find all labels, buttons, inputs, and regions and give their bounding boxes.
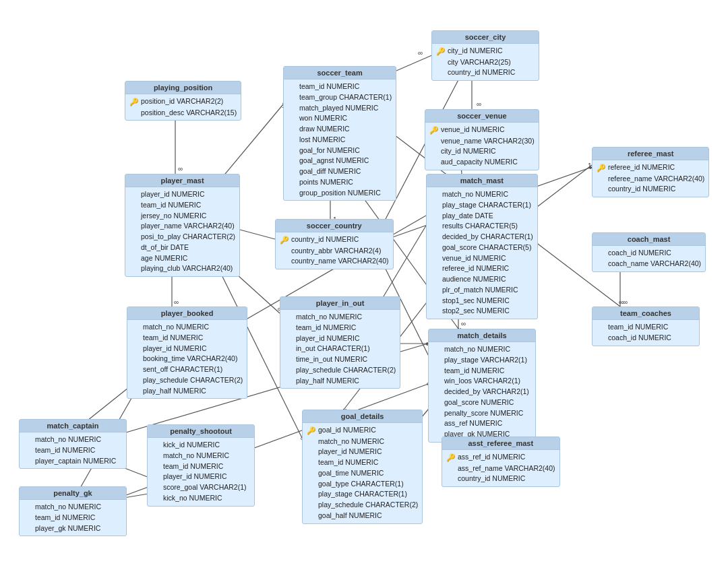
field-text: draw NUMERIC xyxy=(299,124,350,135)
table-field-row: team_id NUMERIC xyxy=(129,200,235,211)
table-title-soccer_team: soccer_team xyxy=(284,67,396,79)
table-field-row: player_captain NUMERIC xyxy=(24,456,122,467)
table-field-row: 🔑venue_id NUMERIC xyxy=(429,125,535,136)
table-title-soccer_venue: soccer_venue xyxy=(425,110,539,123)
field-text: coach_id NUMERIC xyxy=(608,248,671,259)
table-field-row: decided_by CHARACTER(1) xyxy=(431,232,533,243)
table-title-penalty_gk: penalty_gk xyxy=(20,487,126,500)
table-field-row: goal_score CHARACTER(5) xyxy=(431,243,533,253)
field-text: country_id NUMERIC xyxy=(448,67,515,78)
field-text: team_id NUMERIC xyxy=(35,445,95,456)
table-field-row: dt_of_bir DATE xyxy=(129,243,235,253)
field-text: time_in_out NUMERIC xyxy=(296,354,367,365)
table-player_booked: player_bookedmatch_no NUMERICteam_id NUM… xyxy=(127,306,247,399)
field-text: referee_id NUMERIC xyxy=(608,162,675,173)
field-text: match_no NUMERIC xyxy=(35,502,101,513)
field-text: decided_by VARCHAR2(1) xyxy=(444,387,529,397)
table-field-row: country_id NUMERIC xyxy=(446,474,555,484)
table-field-row: stop1_sec NUMERIC xyxy=(431,296,533,306)
field-text: score_goal VARCHAR2(1) xyxy=(163,482,247,493)
field-text: jersey_no NUMERIC xyxy=(141,211,206,222)
field-text: team_group CHARACTER(1) xyxy=(299,92,392,103)
table-title-player_in_out: player_in_out xyxy=(280,297,400,310)
table-title-asst_referee_mast: asst_referee_mast xyxy=(442,437,559,450)
table-match_mast: match_mastmatch_no NUMERICplay_stage CHA… xyxy=(426,174,538,319)
table-field-row: stop2_sec NUMERIC xyxy=(431,306,533,317)
table-fields-player_booked: match_no NUMERICteam_id NUMERICplayer_id… xyxy=(127,320,247,398)
key-icon: 🔑 xyxy=(307,425,316,437)
table-field-row: 🔑ass_ref_id NUMERIC xyxy=(446,452,555,463)
field-text: player_id NUMERIC xyxy=(163,472,227,482)
field-text: team_id NUMERIC xyxy=(141,200,201,211)
field-text: goal_id NUMERIC xyxy=(318,425,376,436)
table-field-row: match_played NUMERIC xyxy=(288,103,392,114)
table-field-row: time_in_out NUMERIC xyxy=(284,354,396,365)
table-fields-soccer_country: 🔑country_id NUMERICcountry_abbr VARCHAR2… xyxy=(276,232,393,269)
field-text: play_schedule CHARACTER(2) xyxy=(296,365,396,376)
table-title-match_details: match_details xyxy=(429,329,535,342)
field-text: play_stage CHARACTER(1) xyxy=(318,489,407,500)
table-field-row: results CHARACTER(5) xyxy=(431,221,533,232)
table-field-row: draw NUMERIC xyxy=(288,124,392,135)
field-text: team_id NUMERIC xyxy=(444,366,504,377)
table-field-row: team_id NUMERIC xyxy=(307,457,418,468)
table-field-row: referee_id NUMERIC xyxy=(431,263,533,274)
table-field-row: player_name VARCHAR2(40) xyxy=(129,221,235,232)
field-text: match_no NUMERIC xyxy=(444,344,510,355)
table-coach_mast: coach_mastcoach_id NUMERICcoach_name VAR… xyxy=(592,232,706,272)
table-field-row: ass_ref_name VARCHAR2(40) xyxy=(446,463,555,474)
table-asst_referee_mast: asst_referee_mast🔑ass_ref_id NUMERICass_… xyxy=(442,437,560,487)
svg-text:∞: ∞ xyxy=(174,298,179,306)
table-field-row: match_no NUMERIC xyxy=(284,312,396,323)
field-text: decided_by CHARACTER(1) xyxy=(442,232,533,243)
field-text: team_id NUMERIC xyxy=(296,323,356,333)
table-title-playing_position: playing_position xyxy=(125,82,241,94)
field-text: team_id NUMERIC xyxy=(143,333,203,344)
svg-text:∞: ∞ xyxy=(461,320,466,327)
table-field-row: play_date DATE xyxy=(431,211,533,222)
table-field-row: aud_capacity NUMERIC xyxy=(429,157,535,168)
field-text: venue_id NUMERIC xyxy=(441,125,505,135)
table-field-row: team_id NUMERIC xyxy=(24,513,122,523)
key-icon: 🔑 xyxy=(280,234,289,246)
field-text: team_id NUMERIC xyxy=(299,82,359,92)
field-text: won NUMERIC xyxy=(299,113,347,124)
table-field-row: won NUMERIC xyxy=(288,113,392,124)
table-field-row: decided_by VARCHAR2(1) xyxy=(433,387,531,397)
field-text: country_id NUMERIC xyxy=(291,234,359,245)
table-fields-match_mast: match_no NUMERICplay_stage CHARACTER(1)p… xyxy=(427,187,537,319)
table-fields-penalty_gk: match_no NUMERICteam_id NUMERICplayer_gk… xyxy=(20,500,126,536)
table-field-row: kick_no NUMERIC xyxy=(152,493,250,504)
table-player_mast: player_mastplayer_id NUMERICteam_id NUME… xyxy=(125,174,240,277)
table-fields-playing_position: 🔑position_id VARCHAR2(2)position_desc VA… xyxy=(125,94,241,120)
table-field-row: venue_id NUMERIC xyxy=(431,253,533,264)
table-title-match_captain: match_captain xyxy=(20,420,126,432)
field-text: play_schedule CHARACTER(2) xyxy=(143,375,243,386)
field-text: ass_ref NUMERIC xyxy=(444,418,502,429)
table-field-row: play_stage CHARACTER(1) xyxy=(431,200,533,211)
table-field-row: team_id NUMERIC xyxy=(284,323,396,333)
table-title-penalty_shootout: penalty_shootout xyxy=(148,425,254,438)
table-match_captain: match_captainmatch_no NUMERICteam_id NUM… xyxy=(19,419,127,469)
table-fields-player_mast: player_id NUMERICteam_id NUMERICjersey_n… xyxy=(125,187,239,276)
field-text: play_stage VARCHAR2(1) xyxy=(444,355,527,366)
field-text: stop1_sec NUMERIC xyxy=(442,296,510,306)
table-title-referee_mast: referee_mast xyxy=(593,148,708,160)
field-text: penalty_score NUMERIC xyxy=(444,408,523,419)
field-text: team_id NUMERIC xyxy=(35,513,95,523)
field-text: referee_id NUMERIC xyxy=(442,263,509,274)
table-title-soccer_country: soccer_country xyxy=(276,220,393,232)
field-text: goal_for NUMERIC xyxy=(299,146,360,156)
field-text: dt_of_bir DATE xyxy=(141,243,189,253)
table-field-row: sent_off CHARACTER(1) xyxy=(131,364,243,375)
table-field-row: playing_club VARCHAR2(40) xyxy=(129,263,235,274)
table-field-row: city VARCHAR2(25) xyxy=(436,57,535,68)
field-text: ass_ref_name VARCHAR2(40) xyxy=(458,463,555,474)
table-field-row: jersey_no NUMERIC xyxy=(129,211,235,222)
svg-text:∞: ∞ xyxy=(178,165,183,172)
table-field-row: coach_id NUMERIC xyxy=(597,248,701,259)
table-field-row: goal_type CHARACTER(1) xyxy=(307,479,418,490)
table-field-row: 🔑goal_id NUMERIC xyxy=(307,425,418,437)
field-text: results CHARACTER(5) xyxy=(442,221,518,232)
field-text: kick_id NUMERIC xyxy=(163,440,220,451)
